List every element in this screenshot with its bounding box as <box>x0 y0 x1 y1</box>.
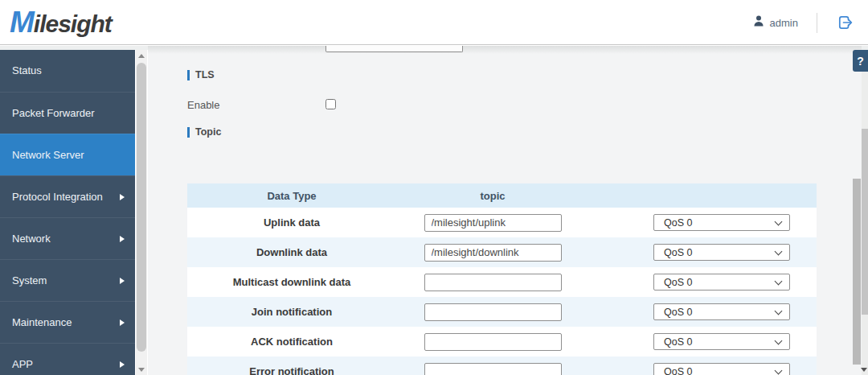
section-title: TLS <box>195 69 215 80</box>
table-row-multicast: Multicast downlink data QoS 0 <box>187 267 817 297</box>
sidebar-item-system[interactable]: System <box>0 259 135 301</box>
table-row-join: Join notification QoS 0 <box>187 297 817 327</box>
topic-table: Data Type topic Uplink data QoS 0 Downli… <box>187 183 817 375</box>
column-header-data-type: Data Type <box>187 190 396 202</box>
qos-select-multicast[interactable]: QoS 0 <box>653 274 790 291</box>
section-accent-bar <box>187 70 190 80</box>
sidebar-item-label: APP <box>12 358 33 370</box>
sidebar-item-label: Status <box>12 64 42 76</box>
app-window: Milesight admin Status <box>0 0 868 375</box>
row-label: Error notification <box>187 365 396 375</box>
sidebar-item-label: Packet Forwarder <box>12 107 95 119</box>
topic-input-ack[interactable] <box>424 333 562 351</box>
sidebar-item-app[interactable]: APP <box>0 343 135 375</box>
arrow-down-icon <box>138 368 145 372</box>
sidebar-scrollbar-thumb[interactable] <box>137 63 146 352</box>
qos-select-error[interactable]: QoS 0 <box>653 363 790 375</box>
chevron-down-icon <box>775 307 783 315</box>
column-header-topic: topic <box>396 190 589 202</box>
section-title: Topic <box>195 126 221 138</box>
qos-select-downlink[interactable]: QoS 0 <box>653 244 790 261</box>
qos-value: QoS 0 <box>664 336 692 348</box>
sidebar-nav: Status Packet Forwarder Network Server P… <box>0 50 135 375</box>
user-icon <box>752 14 765 31</box>
qos-value: QoS 0 <box>664 217 692 229</box>
logo-m: M <box>10 6 34 39</box>
logout-button[interactable] <box>836 13 855 32</box>
topic-input-join[interactable] <box>424 303 562 321</box>
chevron-right-icon <box>120 361 125 368</box>
tls-enable-checkbox[interactable] <box>326 99 336 109</box>
row-label: Downlink data <box>187 246 396 258</box>
table-row-uplink: Uplink data QoS 0 <box>187 208 817 237</box>
qos-select-ack[interactable]: QoS 0 <box>653 333 790 350</box>
section-header-tls: TLS <box>187 69 215 80</box>
logo-text: ilesight <box>34 10 112 37</box>
row-label: ACK notification <box>187 336 396 348</box>
table-row-ack: ACK notification QoS 0 <box>187 327 817 356</box>
topic-input-downlink[interactable] <box>424 244 562 262</box>
milesight-logo: Milesight <box>10 6 112 39</box>
chevron-right-icon <box>120 194 125 200</box>
chevron-down-icon <box>775 367 783 375</box>
qos-value: QoS 0 <box>664 307 692 318</box>
chevron-right-icon <box>120 319 125 326</box>
sidebar-item-network-server[interactable]: Network Server <box>0 134 135 175</box>
cutoff-input-above[interactable] <box>326 46 463 52</box>
chevron-down-icon <box>775 337 783 345</box>
sidebar-item-network[interactable]: Network <box>0 217 135 259</box>
table-header-row: Data Type topic <box>187 183 817 208</box>
chevron-right-icon <box>120 236 125 242</box>
table-row-downlink: Downlink data QoS 0 <box>187 237 817 267</box>
help-button[interactable]: ? <box>853 50 868 72</box>
table-row-error: Error notification QoS 0 <box>187 356 817 375</box>
section-header-topic: Topic <box>187 126 221 138</box>
topic-input-multicast[interactable] <box>424 274 562 291</box>
chevron-down-icon <box>775 248 783 256</box>
qos-select-join[interactable]: QoS 0 <box>653 303 790 320</box>
sidebar-scrollbar <box>136 50 147 375</box>
scroll-up-button[interactable] <box>136 50 147 61</box>
sidebar-item-label: Maintenance <box>12 316 72 328</box>
content-scrollbar-thumb[interactable] <box>853 179 861 365</box>
row-label: Join notification <box>187 306 396 318</box>
chevron-right-icon <box>120 278 125 284</box>
sidebar-item-label: Protocol Integration <box>12 191 103 203</box>
qos-select-uplink[interactable]: QoS 0 <box>653 214 790 231</box>
username-label: admin <box>770 17 798 29</box>
sidebar-item-label: System <box>12 274 47 286</box>
sidebar-item-protocol-integration[interactable]: Protocol Integration <box>0 175 135 217</box>
sidebar-item-status[interactable]: Status <box>0 50 135 92</box>
header-user-area: admin <box>752 0 855 45</box>
sidebar-item-label: Network Server <box>12 149 84 161</box>
page-scrollbar-thumb[interactable] <box>862 129 868 315</box>
qos-value: QoS 0 <box>664 366 692 375</box>
main-content: TLS Enable Topic Data Type topic Uplink … <box>148 46 862 375</box>
topic-input-error[interactable] <box>424 363 562 375</box>
sidebar-item-maintenance[interactable]: Maintenance <box>0 301 135 343</box>
row-label: Uplink data <box>187 216 396 229</box>
app-header: Milesight admin <box>0 0 868 45</box>
content-scroll-down-icon[interactable] <box>861 368 867 372</box>
topic-input-uplink[interactable] <box>424 214 562 232</box>
header-divider <box>817 13 817 33</box>
sidebar-item-packet-forwarder[interactable]: Packet Forwarder <box>0 92 135 134</box>
page-scrollbar <box>862 72 868 375</box>
row-label: Multicast downlink data <box>187 276 396 288</box>
enable-label: Enable <box>187 99 219 111</box>
sidebar-item-label: Network <box>12 233 51 245</box>
qos-value: QoS 0 <box>664 277 692 288</box>
scroll-down-button[interactable] <box>136 364 147 375</box>
arrow-up-icon <box>138 54 145 58</box>
qos-value: QoS 0 <box>664 247 692 258</box>
chevron-down-icon <box>775 218 783 226</box>
section-accent-bar <box>187 127 190 138</box>
chevron-down-icon <box>775 278 783 286</box>
